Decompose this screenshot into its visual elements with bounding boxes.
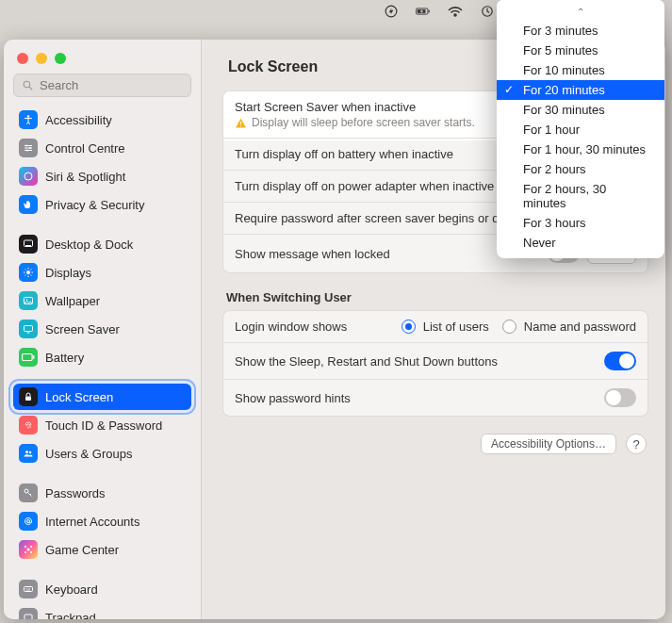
dropdown-item[interactable]: For 2 hours, 30 minutes bbox=[497, 179, 664, 213]
at-icon bbox=[19, 512, 38, 531]
dropdown-item[interactable]: For 30 minutes bbox=[497, 100, 664, 120]
siri-icon bbox=[19, 167, 38, 186]
dropdown-item[interactable]: For 2 hours bbox=[497, 159, 664, 179]
dropdown-item[interactable]: For 3 minutes bbox=[497, 21, 664, 41]
check-icon: ✓ bbox=[504, 83, 514, 96]
sun-icon bbox=[19, 263, 38, 282]
dropdown-item[interactable]: Never bbox=[497, 233, 664, 253]
duration-dropdown[interactable]: ⌃ For 3 minutesFor 5 minutesFor 10 minut… bbox=[497, 0, 664, 258]
sidebar-item-label: Wallpaper bbox=[45, 294, 100, 308]
svg-rect-23 bbox=[33, 355, 35, 359]
window-controls bbox=[13, 49, 191, 74]
help-button[interactable]: ? bbox=[626, 434, 647, 454]
svg-point-25 bbox=[25, 451, 28, 453]
clock-icon[interactable] bbox=[480, 4, 495, 19]
sidebar-item-wallpaper[interactable]: Wallpaper bbox=[13, 287, 191, 314]
search-field[interactable] bbox=[13, 74, 191, 97]
sidebar-item-displays[interactable]: Displays bbox=[13, 259, 191, 286]
row-show-sleep-restart: Show the Sleep, Restart and Shut Down bu… bbox=[223, 343, 647, 380]
minimize-window[interactable] bbox=[36, 53, 47, 64]
row-label: Show the Sleep, Restart and Shut Down bu… bbox=[235, 354, 595, 369]
dropdown-scroll-up[interactable]: ⌃ bbox=[497, 6, 664, 21]
sidebar-item-battery[interactable]: Battery bbox=[13, 344, 191, 370]
wifi-icon[interactable] bbox=[448, 4, 463, 19]
dropdown-item-label: For 10 minutes bbox=[523, 63, 605, 77]
sidebar-item-label: Lock Screen bbox=[45, 390, 113, 404]
svg-rect-36 bbox=[240, 121, 241, 123]
sidebar-item-label: Desktop & Dock bbox=[45, 238, 133, 252]
sidebar-item-keyboard[interactable]: Keyboard bbox=[13, 576, 191, 602]
keyboard-icon bbox=[19, 580, 38, 598]
sidebar-item-label: Battery bbox=[45, 351, 84, 365]
dropdown-item[interactable]: For 3 hours bbox=[497, 213, 664, 233]
sidebar-item-trackpad[interactable]: Trackpad bbox=[13, 604, 191, 619]
dropdown-item-label: Never bbox=[523, 236, 556, 250]
bottom-actions: Accessibility Options… ? bbox=[222, 434, 648, 454]
sidebar-item-screen-saver[interactable]: Screen Saver bbox=[13, 316, 191, 342]
sidebar-item-label: Users & Groups bbox=[45, 447, 132, 461]
row-label: Show message when locked bbox=[235, 247, 538, 261]
lock-icon bbox=[19, 387, 38, 406]
sidebar-item-accessibility[interactable]: Accessibility bbox=[13, 107, 191, 133]
sliders-icon bbox=[19, 139, 38, 157]
key-icon bbox=[19, 484, 38, 502]
hand-icon bbox=[19, 195, 38, 214]
svg-point-32 bbox=[30, 551, 32, 553]
screen-icon bbox=[19, 320, 38, 338]
sidebar: AccessibilityControl CentreSiri & Spotli… bbox=[4, 40, 202, 619]
sidebar-item-label: Screen Saver bbox=[45, 322, 120, 336]
svg-rect-17 bbox=[25, 245, 31, 246]
sidebar-item-siri-spotlight[interactable]: Siri & Spotlight bbox=[13, 163, 191, 189]
sidebar-item-label: Internet Accounts bbox=[45, 515, 139, 529]
search-input[interactable] bbox=[40, 78, 183, 92]
battery-icon[interactable] bbox=[416, 4, 431, 19]
sidebar-item-label: Accessibility bbox=[45, 113, 112, 127]
dropdown-item[interactable]: For 5 minutes bbox=[497, 41, 664, 60]
sidebar-item-label: Control Centre bbox=[45, 141, 125, 156]
svg-point-12 bbox=[25, 145, 27, 147]
radio-name-password[interactable]: Name and password bbox=[502, 320, 636, 334]
svg-rect-35 bbox=[25, 615, 32, 619]
svg-point-18 bbox=[26, 271, 30, 274]
dropdown-item[interactable]: For 1 hour, 30 minutes bbox=[497, 139, 664, 159]
svg-point-26 bbox=[29, 451, 32, 454]
row-label: Login window shows bbox=[235, 320, 392, 334]
trackpad-icon bbox=[19, 608, 38, 619]
toggle-sleep-restart[interactable] bbox=[604, 352, 636, 370]
close-window[interactable] bbox=[17, 53, 28, 64]
toggle-password-hints[interactable] bbox=[604, 388, 636, 407]
sidebar-item-privacy-security[interactable]: Privacy & Security bbox=[13, 191, 191, 218]
svg-point-31 bbox=[30, 546, 32, 548]
sidebar-item-lock-screen[interactable]: Lock Screen bbox=[13, 384, 191, 410]
sidebar-item-touch-id-password[interactable]: Touch ID & Password bbox=[13, 412, 191, 438]
svg-point-30 bbox=[25, 546, 26, 548]
svg-point-27 bbox=[25, 489, 28, 493]
bolt-icon[interactable] bbox=[384, 4, 399, 19]
dropdown-item-label: For 2 hours, 30 minutes bbox=[523, 182, 606, 210]
sidebar-item-label: Displays bbox=[45, 266, 91, 280]
warning-icon bbox=[235, 117, 247, 129]
sidebar-item-label: Privacy & Security bbox=[45, 198, 144, 212]
svg-point-29 bbox=[27, 549, 30, 551]
svg-point-20 bbox=[26, 299, 28, 301]
sidebar-item-users-groups[interactable]: Users & Groups bbox=[13, 440, 191, 467]
svg-rect-21 bbox=[25, 326, 33, 332]
sidebar-item-desktop-dock[interactable]: Desktop & Dock bbox=[13, 231, 191, 257]
dropdown-item[interactable]: ✓For 20 minutes bbox=[497, 80, 664, 100]
dropdown-item[interactable]: For 10 minutes bbox=[497, 60, 664, 80]
svg-point-11 bbox=[27, 115, 30, 118]
sidebar-item-game-center[interactable]: Game Center bbox=[13, 536, 191, 563]
dropdown-item-label: For 2 hours bbox=[523, 162, 585, 176]
sidebar-item-passwords[interactable]: Passwords bbox=[13, 480, 191, 506]
maximize-window[interactable] bbox=[55, 53, 66, 64]
accessibility-icon bbox=[19, 110, 38, 129]
svg-rect-37 bbox=[240, 125, 241, 126]
dropdown-item[interactable]: For 1 hour bbox=[497, 120, 664, 139]
accessibility-options-button[interactable]: Accessibility Options… bbox=[481, 434, 616, 454]
panel-switch-user: Login window shows List of users Name an… bbox=[222, 310, 648, 417]
sidebar-item-control-centre[interactable]: Control Centre bbox=[13, 135, 191, 161]
radio-list-users[interactable]: List of users bbox=[402, 320, 489, 334]
search-icon bbox=[22, 79, 34, 91]
sidebar-item-internet-accounts[interactable]: Internet Accounts bbox=[13, 508, 191, 534]
svg-rect-34 bbox=[25, 587, 33, 592]
